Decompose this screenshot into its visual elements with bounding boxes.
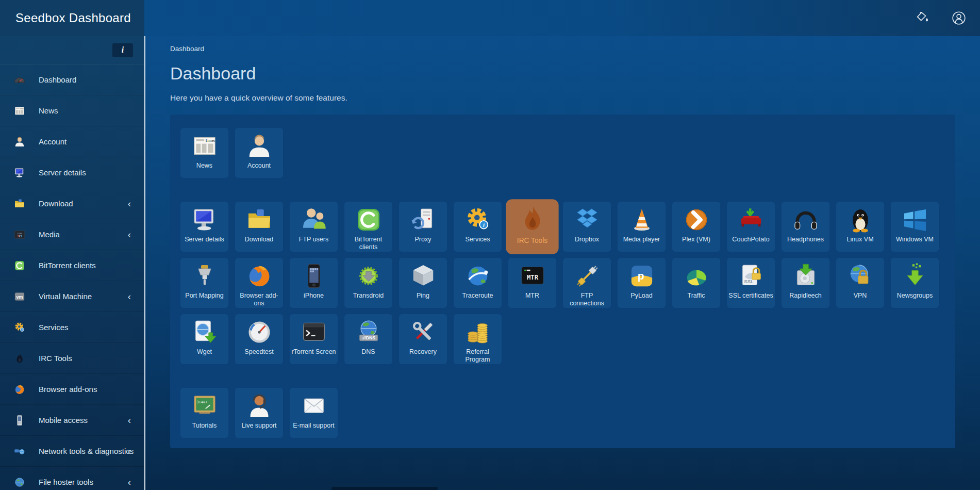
- tile-wget[interactable]: Wget: [180, 314, 228, 364]
- chevron-left-icon: ‹: [128, 291, 131, 301]
- tile-mtr[interactable]: MTRMTR: [508, 258, 556, 308]
- tile-irc-tools[interactable]: IRC Tools: [506, 199, 558, 254]
- tile-news[interactable]: TimesNews: [180, 128, 228, 178]
- tile-dropbox[interactable]: Dropbox: [563, 202, 611, 252]
- dropbox-icon: [573, 205, 602, 234]
- tile-label: Newsgroups: [896, 292, 934, 300]
- tile-label: Recovery: [408, 348, 438, 356]
- sidebar-item-services[interactable]: iServices: [0, 312, 144, 343]
- tile-rtorrent-screen[interactable]: rTorrent Screen: [290, 314, 338, 364]
- tile-dns[interactable]: ://DNSDNS: [344, 314, 392, 364]
- sidebar-item-news[interactable]: TimesNews: [0, 95, 144, 126]
- tile-label: CouchPotato: [731, 236, 770, 243]
- tile-label: PyLoad: [629, 292, 653, 300]
- sidebar-item-label: Services: [39, 323, 69, 332]
- tile-server-details[interactable]: Server details: [180, 202, 228, 252]
- sidebar-top-strip: i: [0, 36, 144, 64]
- chevron-left-icon: ‹: [128, 198, 131, 208]
- sidebar-item-mobile-access[interactable]: Mobile access‹: [0, 405, 144, 436]
- tile-label: Dropbox: [574, 236, 600, 243]
- plex-icon: [682, 205, 711, 234]
- bittorrent-icon: [354, 205, 383, 234]
- tile-ftp-connections[interactable]: FTP connections: [563, 258, 611, 308]
- tile-label: FTP connections: [563, 292, 611, 307]
- tile-account[interactable]: Account: [235, 128, 283, 178]
- tile-rapidleech[interactable]: Rapidleech: [782, 258, 829, 308]
- page-subtitle: Here you have a quick overview of some f…: [170, 93, 980, 103]
- sidebar-item-irc-tools[interactable]: IRC Tools: [0, 343, 144, 374]
- user-circle-icon[interactable]: [951, 10, 967, 26]
- tile-download[interactable]: Download: [235, 202, 283, 252]
- sidebar-item-network-tools-diagnostics[interactable]: Network tools & diagnostics‹: [0, 436, 144, 467]
- chevron-left-icon: ‹: [128, 229, 131, 239]
- tile-recovery[interactable]: Recovery: [399, 314, 447, 364]
- tile-label: Server details: [184, 236, 225, 243]
- sidebar-item-download[interactable]: Download‹: [0, 188, 144, 219]
- tile-vpn[interactable]: VPN: [836, 258, 884, 308]
- sidebar-item-label: Server details: [39, 168, 86, 177]
- couch-icon: [737, 205, 766, 234]
- tile-label: Rapidleech: [788, 292, 823, 300]
- tile-transdroid[interactable]: Transdroid: [344, 258, 392, 308]
- iphone-icon: [300, 262, 328, 290]
- tile-label: Referral Program: [454, 348, 502, 364]
- sidebar-item-label: Virtual Machine: [39, 292, 92, 301]
- tile-live-support[interactable]: Live support: [235, 388, 283, 438]
- tile-windows-vm[interactable]: Windows VM: [891, 202, 939, 252]
- connector-icon: [190, 262, 219, 290]
- tile-speedtest[interactable]: Speedtest: [235, 314, 283, 364]
- mtr-terminal-icon: MTR: [518, 262, 547, 290]
- sidebar-item-browser-add-ons[interactable]: Browser add-ons: [0, 374, 144, 405]
- firefox-icon: [245, 262, 274, 290]
- tux-icon: [846, 205, 875, 234]
- monitor-icon: [190, 205, 219, 234]
- proxy-server-icon: [409, 205, 438, 234]
- tile-tutorials[interactable]: 3+4=7Tutorials: [180, 388, 228, 438]
- sidebar-item-server-details[interactable]: Server details: [0, 157, 144, 188]
- tile-email-support[interactable]: E-mail support: [290, 388, 338, 438]
- pie-icon: [682, 262, 711, 290]
- sidebar-item-virtual-machine[interactable]: vmVirtual Machine‹: [0, 281, 144, 312]
- tile-label: Plex (VM): [681, 236, 711, 243]
- chevron-left-icon: ‹: [128, 446, 131, 455]
- paint-bucket-icon[interactable]: [915, 10, 931, 26]
- tile-proxy[interactable]: Proxy: [399, 202, 447, 252]
- tile-headphones[interactable]: Headphones: [782, 202, 829, 252]
- tile-ping[interactable]: Ping: [399, 258, 447, 308]
- svg-text:p: p: [637, 270, 644, 282]
- tile-bittorrent-clients[interactable]: BitTorrent clients: [344, 202, 392, 252]
- breadcrumb[interactable]: Dashboard: [170, 36, 204, 53]
- tile-linux-vm[interactable]: Linux VM: [836, 202, 884, 252]
- tile-traceroute[interactable]: Traceroute: [454, 258, 502, 308]
- tile-iphone[interactable]: iPhone: [290, 258, 338, 308]
- tile-couchpotato[interactable]: CouchPotato: [727, 202, 775, 252]
- svg-text:321: 321: [17, 234, 23, 238]
- tile-ssl-certificates[interactable]: SSLSSL certificates: [727, 258, 775, 308]
- sidebar-item-bittorrent-clients[interactable]: BitTorrent clients: [0, 250, 144, 281]
- sidebar-nav: DashboardTimesNewsAccountServer detailsD…: [0, 64, 144, 490]
- sidebar-item-label: File hoster tools: [39, 478, 93, 486]
- tile-media-player[interactable]: Media player: [618, 202, 666, 252]
- horizontal-scrollbar-thumb[interactable]: [331, 487, 438, 490]
- tile-port-mapping[interactable]: Port Mapping: [180, 258, 228, 308]
- tile-traffic[interactable]: Traffic: [672, 258, 720, 308]
- tile-label: Download: [244, 236, 275, 243]
- sidebar-item-file-hoster-tools[interactable]: File hoster tools‹: [0, 467, 144, 490]
- tile-plex-vm[interactable]: Plex (VM): [672, 202, 720, 252]
- tile-pyload[interactable]: pPyLoad: [618, 258, 666, 308]
- header-actions: [915, 0, 980, 36]
- tile-referral-program[interactable]: Referral Program: [454, 314, 502, 364]
- sidebar-info-button[interactable]: i: [112, 43, 133, 57]
- svg-text:3+4=7: 3+4=7: [196, 400, 207, 404]
- sidebar-item-account[interactable]: Account: [0, 126, 144, 157]
- sidebar-item-dashboard[interactable]: Dashboard: [0, 64, 144, 95]
- tile-services[interactable]: iServices: [454, 202, 502, 252]
- dns-globe-icon: ://DNS: [354, 318, 383, 347]
- tile-newsgroups[interactable]: Newsgroups: [891, 258, 939, 308]
- tile-ftp-users[interactable]: FTP users: [290, 202, 338, 252]
- tile-browser-add-ons[interactable]: Browser add-ons: [235, 258, 283, 308]
- folder-icon: [245, 205, 274, 234]
- media-321-icon: 12345321: [13, 228, 26, 241]
- monitor-icon: [13, 167, 26, 179]
- sidebar-item-media[interactable]: 12345321Media‹: [0, 219, 144, 250]
